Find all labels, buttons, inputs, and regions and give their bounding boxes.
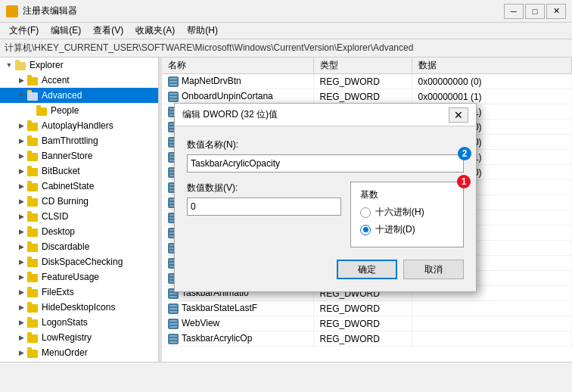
expand-icon: ▼ [3, 59, 15, 71]
folder-icon [27, 302, 39, 313]
dialog-close-button[interactable]: ✕ [449, 107, 468, 123]
tree-item-advanced[interactable]: ▼ Advanced [0, 88, 158, 103]
tree-item-cdburning[interactable]: ▶ CD Burning [0, 194, 158, 209]
radio-hex-circle [360, 207, 371, 218]
col-type[interactable]: 类型 [313, 58, 412, 74]
folder-icon [27, 211, 39, 222]
dialog-body: 数值名称(N): 2 数值数据(V): 基数 十六进制(H) [175, 126, 476, 291]
tree-label: DiskSpaceChecking [42, 257, 123, 267]
menu-help[interactable]: 帮助(H) [181, 23, 224, 39]
tree-label: AutoplayHandlers [42, 120, 113, 131]
cell-name: MapNetDrvBtn [162, 74, 313, 89]
cancel-button[interactable]: 取消 [403, 260, 464, 279]
table-row[interactable]: MapNetDrvBtn REG_DWORD 0x00000000 (0) [162, 74, 572, 89]
tree-label: MenuOrder [42, 347, 88, 358]
table-row[interactable]: TaskbarStateLastF REG_DWORD [162, 301, 572, 316]
cell-name: OnboardUnpinCortana [162, 89, 313, 104]
value-input[interactable] [187, 198, 341, 216]
tree-item-logonstats[interactable]: ▶ LogonStats [0, 315, 158, 330]
tree-item-people[interactable]: People [0, 103, 158, 118]
cell-name: TaskbarAcrylicOp [162, 331, 313, 347]
tree-item-fileexts[interactable]: ▶ FileExts [0, 285, 158, 300]
tree-label: BannerStore [42, 151, 92, 161]
radio-hex[interactable]: 十六进制(H) [360, 206, 454, 219]
folder-icon [27, 166, 39, 176]
tree-item-discardable[interactable]: ▶ Discardable [0, 239, 158, 254]
tree-label: Desktop [42, 226, 75, 237]
tree-item-diskspace[interactable]: ▶ DiskSpaceChecking [0, 254, 158, 269]
close-button[interactable]: ✕ [546, 4, 566, 19]
table-row[interactable]: WebView REG_DWORD [162, 316, 572, 331]
table-row[interactable]: TaskbarAcrylicOp REG_DWORD [162, 331, 572, 347]
tree-item-lowregistry[interactable]: ▶ LowRegistry [0, 330, 158, 345]
expand-icon: ▶ [15, 347, 27, 359]
tree-item-cabinetstate[interactable]: ▶ CabinetState [0, 179, 158, 194]
tree-label: LogonStats [42, 317, 88, 328]
tree-item-desktop[interactable]: ▶ Desktop [0, 224, 158, 239]
tree-item-menuorder[interactable]: ▶ MenuOrder [0, 345, 158, 360]
dialog-buttons: 确定 取消 [187, 260, 464, 279]
base-section: 基数 十六进制(H) 十进制(D) 1 [350, 182, 464, 247]
tree-label: CLSID [42, 211, 68, 222]
tree-label: Discardable [42, 241, 89, 252]
tree-label: BitBucket [42, 166, 80, 176]
tree-label: LowRegistry [42, 332, 92, 343]
expand-icon: ▶ [15, 195, 27, 207]
tree-item-autoplay[interactable]: ▶ AutoplayHandlers [0, 118, 158, 133]
tree-item-explorer[interactable]: ▼ Explorer [0, 58, 158, 73]
name-label: 数值名称(N): [187, 138, 464, 151]
cell-type: REG_DWORD [313, 331, 412, 347]
expand-icon [27, 104, 36, 117]
folder-icon [27, 317, 39, 328]
maximize-button[interactable]: □ [525, 4, 545, 19]
tree-item-clsid[interactable]: ▶ CLSID [0, 209, 158, 224]
tree-item-featureusage[interactable]: ▶ FeatureUsage [0, 269, 158, 285]
dialog-title-bar: 编辑 DWORD (32 位)值 ✕ [175, 104, 476, 126]
folder-icon [15, 60, 27, 70]
tree-item-bannerstore[interactable]: ▶ BannerStore [0, 148, 158, 163]
tree-label: CabinetState [42, 181, 94, 191]
folder-icon [27, 241, 39, 252]
folder-icon [27, 287, 39, 297]
col-name[interactable]: 名称 [162, 58, 313, 74]
expand-icon: ▶ [15, 301, 27, 313]
cell-name: TaskbarStateLastF [162, 301, 313, 316]
reg-value-icon [168, 303, 179, 314]
menu-file[interactable]: 文件(F) [3, 23, 45, 39]
tree-label: BamThrottling [42, 135, 98, 146]
radio-dec-label: 十进制(D) [375, 223, 415, 236]
menu-view[interactable]: 查看(V) [87, 23, 129, 39]
expand-icon: ▶ [15, 316, 27, 328]
table-row[interactable]: OnboardUnpinCortana REG_DWORD 0x00000001… [162, 89, 572, 104]
tree-item-hidedesktop[interactable]: ▶ HideDesktopIcons [0, 300, 158, 315]
tree-item-accent[interactable]: ▶ Accent [0, 73, 158, 88]
folder-icon [27, 196, 39, 207]
dialog-title: 编辑 DWORD (32 位)值 [182, 108, 449, 121]
base-title: 基数 [360, 188, 454, 201]
dialog-row: 数值数据(V): 基数 十六进制(H) 十进制(D) 1 [187, 182, 464, 247]
window-controls: ─ □ ✕ [504, 4, 566, 19]
cell-data: 0x00000001 (1) [412, 89, 572, 104]
expand-icon: ▶ [15, 286, 27, 298]
col-data[interactable]: 数据 [412, 58, 572, 74]
confirm-button[interactable]: 确定 [337, 260, 397, 279]
menu-edit[interactable]: 编辑(E) [45, 23, 87, 39]
menu-favorites[interactable]: 收藏夹(A) [129, 23, 181, 39]
radio-hex-label: 十六进制(H) [375, 206, 424, 219]
folder-icon [27, 347, 39, 358]
expand-icon: ▶ [15, 226, 27, 238]
edit-dword-dialog: 编辑 DWORD (32 位)值 ✕ 数值名称(N): 2 数值数据(V): 基… [174, 103, 477, 292]
minimize-button[interactable]: ─ [504, 4, 524, 19]
name-input[interactable] [187, 154, 464, 173]
folder-icon [27, 226, 39, 237]
app-title: 注册表编辑器 [23, 5, 504, 17]
app-icon [6, 5, 18, 17]
cell-data [412, 316, 572, 331]
tree-label: CD Burning [42, 196, 89, 207]
tree-item-bitbucket[interactable]: ▶ BitBucket [0, 163, 158, 179]
folder-icon [36, 105, 48, 116]
radio-dec[interactable]: 十进制(D) [360, 223, 454, 236]
tree-item-bam[interactable]: ▶ BamThrottling [0, 133, 158, 148]
folder-icon [27, 257, 39, 267]
reg-value-icon [168, 92, 179, 102]
